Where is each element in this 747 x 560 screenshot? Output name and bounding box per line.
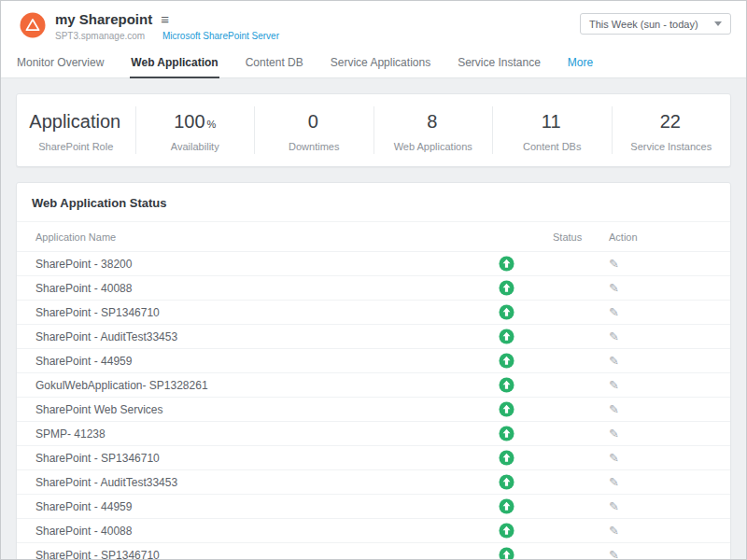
application-name: SharePoint - 38200 [35,258,459,271]
stat-value: 8 [427,111,437,132]
stat-label: Downtimes [255,141,374,152]
edit-pencil-icon[interactable]: ✎ [609,548,619,560]
header: my Sharepoint ≡ SPT3.spmanage.com Micros… [1,1,746,78]
server-type-link[interactable]: Microsoft SharePoint Server [162,31,279,41]
application-name: SharePoint - SP1346710 [35,306,459,319]
edit-pencil-icon[interactable]: ✎ [609,354,619,368]
tab-service-applications[interactable]: Service Applications [330,49,431,78]
stat-sharepoint-role: Application SharePoint Role [17,106,136,154]
edit-pencil-icon[interactable]: ✎ [609,475,619,489]
tab-bar: Monitor Overview Web Application Content… [1,49,746,78]
app-window: my Sharepoint ≡ SPT3.spmanage.com Micros… [0,0,747,560]
status-up-icon [499,329,514,344]
application-name: GokulWebApplication- SP1328261 [35,379,459,392]
hamburger-icon[interactable]: ≡ [161,12,169,26]
warning-triangle-logo [20,12,46,38]
table-row: SharePoint - SP1346710 ✎ [17,300,730,324]
status-up-icon [499,304,514,320]
page-title: my Sharepoint [55,11,152,27]
edit-pencil-icon[interactable]: ✎ [609,402,619,416]
stat-availability: 100% Availability [136,106,256,154]
stat-web-applications: 8 Web Applications [374,106,494,154]
column-header-action: Action [609,231,712,243]
edit-pencil-icon[interactable]: ✎ [609,427,619,441]
edit-pencil-icon[interactable]: ✎ [609,451,619,465]
stat-label: Web Applications [374,141,493,152]
edit-pencil-icon[interactable]: ✎ [609,378,619,392]
stat-downtimes: 0 Downtimes [255,106,374,154]
status-up-icon [499,450,514,466]
edit-pencil-icon[interactable]: ✎ [609,305,619,319]
status-up-icon [499,280,514,296]
stat-value: 0 [308,111,318,132]
application-name: SharePoint - 40088 [35,525,459,538]
table-row: SharePoint Web Services ✎ [17,397,730,421]
tab-more[interactable]: More [567,49,594,78]
application-name: SharePoint - AuditTest33453 [35,330,459,343]
status-up-icon [499,401,514,417]
table-row: SharePoint - SP1346710 ✎ [17,445,730,469]
summary-stats-card: Application SharePoint Role 100% Availab… [16,93,731,167]
stat-service-instances: 22 Service Instances [613,106,731,154]
edit-pencil-icon[interactable]: ✎ [609,257,619,271]
time-period-value: This Week (sun - today) [589,19,698,30]
card-title: Web Application Status [17,183,730,222]
status-up-icon [499,474,514,490]
table-row: SharePoint - 40088 ✎ [17,518,730,542]
main-content: Application SharePoint Role 100% Availab… [1,78,746,560]
tab-content-db[interactable]: Content DB [245,49,304,78]
table-row: SharePoint - 38200 ✎ [17,251,730,275]
application-name: SharePoint - AuditTest33453 [35,476,459,489]
status-up-icon [499,523,514,539]
application-name: SharePoint - SP1346710 [35,452,459,465]
stat-label: Availability [136,141,255,152]
monitor-host: SPT3.spmanage.com [55,31,145,41]
application-name: SharePoint - 44959 [35,500,459,513]
edit-pencil-icon[interactable]: ✎ [609,281,619,295]
stat-value: 11 [542,111,561,132]
status-up-icon [499,498,514,514]
application-name: SharePoint Web Services [35,403,459,416]
stat-label: Service Instances [613,141,731,152]
application-name: SPMP- 41238 [35,427,459,441]
web-application-status-card: Web Application Status Application Name … [16,182,731,560]
stat-label: SharePoint Role [17,141,135,152]
edit-pencil-icon[interactable]: ✎ [609,524,619,538]
table-row: SharePoint - 40088 ✎ [17,275,730,300]
tab-monitor-overview[interactable]: Monitor Overview [16,49,105,78]
table-row: GokulWebApplication- SP1328261 ✎ [17,372,730,397]
table-header-row: Application Name Status Action [17,222,730,251]
status-up-icon [499,377,514,393]
column-header-status: Status [553,231,609,243]
chevron-down-icon [714,21,722,26]
application-name: SharePoint - 44959 [35,355,459,368]
table-row: SharePoint - 44959 ✎ [17,348,730,372]
application-name: SharePoint - 40088 [35,282,459,295]
table-body: SharePoint - 38200 ✎ SharePoint - 40088 … [17,251,730,560]
table-row: SharePoint - AuditTest33453 ✎ [17,469,730,494]
status-up-icon [499,256,514,272]
edit-pencil-icon[interactable]: ✎ [609,329,619,343]
status-up-icon [499,547,514,560]
stat-label: Content DBs [493,141,612,152]
application-name: SharePoint - SP1346710 [35,549,459,560]
stat-value: Application [29,111,120,132]
time-period-dropdown[interactable]: This Week (sun - today) [580,13,731,35]
table-row: SharePoint - SP1346710 ✎ [17,542,730,560]
status-up-icon [499,353,514,369]
table-row: SPMP- 41238 ✎ [17,421,730,445]
table-row: SharePoint - 44959 ✎ [17,494,730,518]
column-header-application-name: Application Name [35,231,459,243]
stat-value: 100 [174,111,204,132]
tab-web-application[interactable]: Web Application [130,49,218,78]
stat-value: 22 [660,111,681,132]
status-up-icon [499,426,514,441]
tab-service-instance[interactable]: Service Instance [457,49,542,78]
edit-pencil-icon[interactable]: ✎ [609,499,619,513]
stat-content-dbs: 11 Content DBs [493,106,613,154]
table-row: SharePoint - AuditTest33453 ✎ [17,324,730,348]
